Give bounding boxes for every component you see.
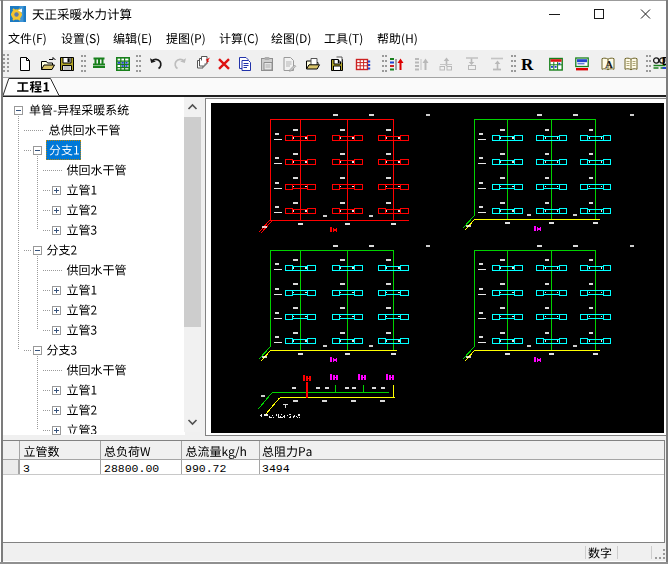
svg-text:R: R — [521, 56, 534, 72]
svg-text:A: A — [605, 58, 613, 70]
